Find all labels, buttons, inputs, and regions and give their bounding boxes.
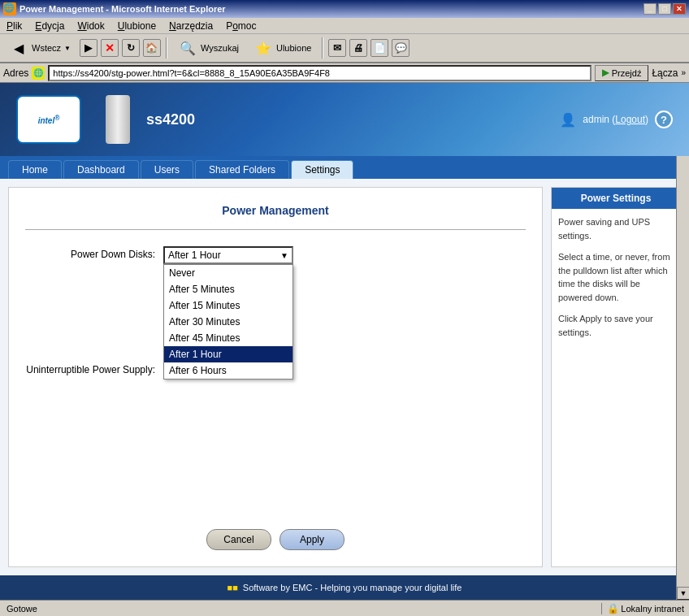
right-panel-content: Power saving and UPS settings. Select a … xyxy=(552,209,680,354)
device-name: ss4200 xyxy=(146,111,195,128)
tab-home[interactable]: Home xyxy=(8,160,62,179)
back-label: Wstecz xyxy=(32,43,61,53)
power-down-select[interactable]: After 1 Hour ▼ xyxy=(163,246,293,264)
go-button[interactable]: ▶ Przejdź xyxy=(595,65,649,81)
power-down-label: Power Down Disks: xyxy=(25,246,163,260)
minimize-button[interactable]: _ xyxy=(644,3,656,15)
menu-file[interactable]: Plik xyxy=(3,19,25,33)
right-panel-title: Power Settings xyxy=(552,188,680,209)
device-icon xyxy=(106,95,130,144)
emc-icon: ■■ xyxy=(228,583,238,592)
lock-icon: 🔒 xyxy=(607,603,619,614)
nav-tabs: Home Dashboard Users Shared Folders Sett… xyxy=(0,156,689,179)
selected-value: After 1 Hour xyxy=(168,249,221,261)
menu-bar: Plik Edycja Widok Ulubione Narzędzia Pom… xyxy=(0,18,689,34)
header-user-area: 👤 admin (Logout) ? xyxy=(560,111,673,128)
scroll-down-button[interactable]: ▼ xyxy=(677,587,689,600)
page-icon: 🌐 xyxy=(32,67,45,80)
home-button[interactable]: 🏠 xyxy=(143,39,161,57)
favorites-button[interactable]: ⭐ Ulubione xyxy=(248,37,317,59)
go-arrow-icon: ▶ xyxy=(602,67,609,78)
favorites-label: Ulubione xyxy=(276,43,311,53)
back-icon: ◀ xyxy=(9,38,28,58)
tab-shared-folders[interactable]: Shared Folders xyxy=(195,160,289,179)
user-icon: 👤 xyxy=(560,112,576,128)
right-panel-para2: Select a time, or never, from the pulldo… xyxy=(558,250,674,304)
option-45min[interactable]: After 45 Minutes xyxy=(164,330,292,346)
menu-favorites[interactable]: Ulubione xyxy=(115,19,159,33)
forward-button[interactable]: ▶ xyxy=(80,39,98,57)
links-expand-icon: » xyxy=(681,68,686,77)
option-1hour[interactable]: After 1 Hour xyxy=(164,346,292,362)
panel-divider xyxy=(25,229,526,230)
print-button[interactable]: 🖨 xyxy=(349,39,367,57)
right-panel-para1: Power saving and UPS settings. xyxy=(558,215,674,242)
status-bar: Gotowe 🔒 Lokalny intranet xyxy=(0,600,689,616)
browser-area: ▲ ▼ intel® ss4200 👤 admin (Logout) ? Hom… xyxy=(0,83,689,600)
go-label: Przejdź xyxy=(612,68,642,78)
title-bar: 🌐 Power Management - Microsoft Internet … xyxy=(0,0,689,18)
help-button[interactable]: ? xyxy=(655,111,673,128)
right-panel: Power Settings Power saving and UPS sett… xyxy=(551,187,681,567)
window-title: Power Management - Microsoft Internet Ex… xyxy=(20,4,226,14)
power-down-control: After 1 Hour ▼ Never After 5 Minutes Aft… xyxy=(163,246,526,264)
content-area: Power Management Power Down Disks: After… xyxy=(0,179,689,575)
dropdown-list: Never After 5 Minutes After 15 Minutes A… xyxy=(163,264,293,380)
option-never[interactable]: Never xyxy=(164,265,292,281)
toolbar: ◀ Wstecz ▼ ▶ ✕ ↻ 🏠 🔍 Wyszukaj ⭐ Ulubione… xyxy=(0,34,689,63)
ups-label: Uninterruptible Power Supply: xyxy=(25,362,163,375)
tab-users[interactable]: Users xyxy=(141,160,193,179)
ie-icon: 🌐 xyxy=(3,2,16,15)
button-row: Cancel Apply xyxy=(206,529,344,550)
main-panel: Power Management Power Down Disks: After… xyxy=(8,187,543,567)
star-icon: ⭐ xyxy=(254,38,273,58)
dropdown-arrow-icon: ▼ xyxy=(280,251,288,260)
address-bar: Adres 🌐 ▶ Przejdź Łącza » xyxy=(0,63,689,83)
footer-text: Software by EMC - Helping you manage you… xyxy=(243,583,462,592)
address-label: Adres xyxy=(3,67,28,79)
discuss-button[interactable]: 💬 xyxy=(392,39,410,57)
tab-settings[interactable]: Settings xyxy=(291,160,353,179)
apply-button[interactable]: Apply xyxy=(280,529,344,550)
refresh-button[interactable]: ↻ xyxy=(122,39,140,57)
menu-edit[interactable]: Edycja xyxy=(32,19,67,33)
menu-tools[interactable]: Narzędzia xyxy=(166,19,216,33)
address-input[interactable] xyxy=(48,65,591,81)
option-30min[interactable]: After 30 Minutes xyxy=(164,314,292,330)
mail-button[interactable]: ✉ xyxy=(328,39,346,57)
menu-view[interactable]: Widok xyxy=(74,19,107,33)
links-label: Łącza xyxy=(652,67,678,79)
option-5min[interactable]: After 5 Minutes xyxy=(164,281,292,297)
right-panel-para3: Click Apply to save your settings. xyxy=(558,312,674,339)
intel-logo-text: intel® xyxy=(38,114,60,125)
back-dropdown-icon[interactable]: ▼ xyxy=(64,45,71,52)
logout-link[interactable]: Logout xyxy=(615,114,645,125)
cancel-button[interactable]: Cancel xyxy=(206,529,271,550)
option-6hours[interactable]: After 6 Hours xyxy=(164,362,292,379)
power-down-select-container: After 1 Hour ▼ Never After 5 Minutes Aft… xyxy=(163,246,293,264)
search-button[interactable]: 🔍 Wyszukaj xyxy=(172,37,245,59)
search-label: Wyszukaj xyxy=(201,43,239,53)
close-button[interactable]: ✕ xyxy=(673,3,686,15)
scroll-track[interactable] xyxy=(677,132,689,587)
power-down-row: Power Down Disks: After 1 Hour ▼ Never A… xyxy=(25,246,526,264)
intel-logo: intel® xyxy=(16,95,81,144)
user-text: admin (Logout) xyxy=(583,114,648,125)
menu-help[interactable]: Pomoc xyxy=(223,19,259,33)
search-icon: 🔍 xyxy=(178,38,197,58)
stop-button[interactable]: ✕ xyxy=(101,39,119,57)
panel-title: Power Management xyxy=(25,204,526,217)
option-15min[interactable]: After 15 Minutes xyxy=(164,297,292,314)
edit-button[interactable]: 📄 xyxy=(370,39,388,57)
separator-2 xyxy=(322,37,323,59)
back-button[interactable]: ◀ Wstecz ▼ xyxy=(3,37,76,59)
tab-dashboard[interactable]: Dashboard xyxy=(63,160,139,179)
status-zone: 🔒 Lokalny intranet xyxy=(601,603,689,614)
page-footer: ■■ Software by EMC - Helping you manage … xyxy=(0,575,689,600)
page-header: intel® ss4200 👤 admin (Logout) ? xyxy=(0,83,689,156)
zone-text: Lokalny intranet xyxy=(621,604,684,614)
separator-1 xyxy=(166,37,167,59)
maximize-button[interactable]: □ xyxy=(658,3,671,15)
window-controls: _ □ ✕ xyxy=(644,3,686,15)
vertical-scrollbar[interactable]: ▲ ▼ xyxy=(676,83,689,600)
